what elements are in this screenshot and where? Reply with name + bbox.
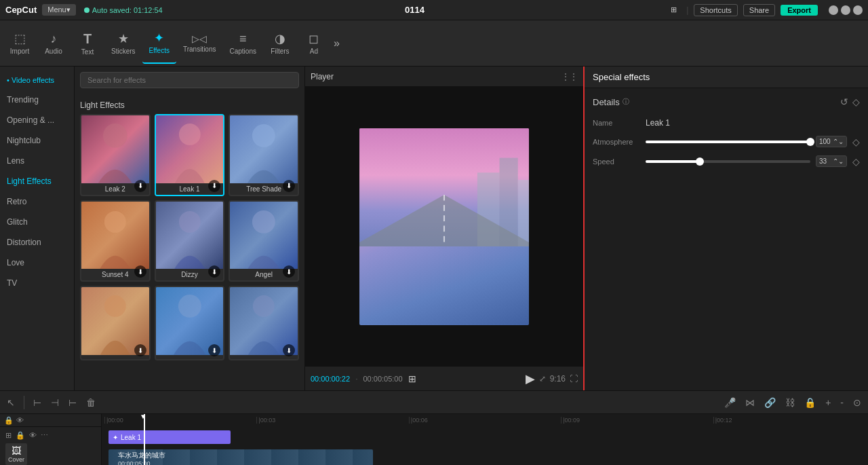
- player-header: Player ⋮⋮: [305, 67, 583, 87]
- effect-track-icon: ✦: [113, 434, 118, 441]
- player-menu-icon[interactable]: ⋮⋮: [561, 72, 578, 81]
- tool-ad[interactable]: ◻ Ad: [297, 23, 331, 64]
- video-track-label: ⊞ 🔒 👁 ⋯: [0, 427, 101, 443]
- reset-button[interactable]: ↺: [840, 96, 848, 107]
- player-screen: [305, 87, 583, 366]
- effect-card-r1[interactable]: ⬇: [80, 286, 151, 360]
- toolbar-more-icon[interactable]: »: [331, 37, 342, 50]
- sidebar-item-nightclub[interactable]: Nightclub: [0, 130, 74, 151]
- tool-captions[interactable]: ≡ Captions: [223, 23, 263, 64]
- split-button[interactable]: ⊢: [31, 396, 44, 409]
- tool-filters[interactable]: ◑ Filters: [263, 23, 297, 64]
- sidebar-item-love[interactable]: Love: [0, 253, 74, 273]
- effect-card-r3[interactable]: ⬇: [229, 286, 299, 360]
- sidebar-item-tv[interactable]: TV: [0, 273, 74, 293]
- cursor-tool-button[interactable]: ↖: [4, 396, 18, 409]
- effect-thumb-angel: [230, 202, 298, 269]
- video-track-more-icon[interactable]: ⋯: [41, 431, 48, 440]
- tool-stickers[interactable]: ★ Stickers: [104, 23, 142, 64]
- play-button[interactable]: ▶: [526, 371, 535, 386]
- cover-button[interactable]: 🖼 Cover: [5, 443, 27, 465]
- effect-card-r2[interactable]: ⬇: [155, 286, 225, 360]
- details-hint-icon: ⓘ: [623, 97, 629, 107]
- timeline-grid-button[interactable]: ⊞: [408, 373, 416, 384]
- snap-button[interactable]: ⋈: [743, 396, 757, 409]
- fullscreen-button[interactable]: ⛶: [570, 371, 578, 386]
- sidebar-item-retro[interactable]: Retro: [0, 191, 74, 212]
- atmosphere-slider[interactable]: [646, 141, 810, 143]
- speed-keyframe-diamond[interactable]: ◇: [852, 156, 860, 167]
- right-panel-body: Details ⓘ ↺ ◇ Name Leak 1 Atmosphere: [585, 88, 868, 390]
- timecode: 0114: [163, 5, 667, 15]
- effects-content: Light Effects ⬇ Leak 2: [75, 94, 304, 390]
- menu-button[interactable]: Menu▾: [42, 4, 76, 16]
- add-track-button[interactable]: +: [823, 396, 833, 409]
- speed-thumb[interactable]: [696, 157, 704, 166]
- link-button[interactable]: 🔗: [762, 396, 778, 409]
- download-icon-sunset4: ⬇: [134, 265, 146, 278]
- tool-audio[interactable]: ♪ Audio: [37, 23, 71, 64]
- effect-card-treeshade[interactable]: ⬇ Tree Shade: [229, 114, 299, 196]
- delete-button[interactable]: 🗑: [83, 396, 98, 409]
- effect-card-angel[interactable]: ⬇ Angel: [229, 200, 299, 282]
- effect-track-controls: 🔒 👁: [0, 414, 101, 427]
- shortcuts-button[interactable]: Shortcuts: [694, 4, 737, 16]
- speed-fill: [646, 160, 700, 163]
- download-icon-r1: ⬇: [134, 344, 146, 356]
- window-controls: [829, 5, 863, 15]
- sidebar-item-trending[interactable]: Trending: [0, 90, 74, 110]
- grid-view-button[interactable]: ⊞: [667, 4, 681, 16]
- player-right-buttons: ▶ ⤢ 9:16 ⛶: [526, 371, 578, 386]
- atmosphere-fill: [646, 141, 810, 143]
- player-controls: 00:00:00:22 · 00:00:05:00 ⊞ ▶ ⤢ 9:16 ⛶: [305, 366, 583, 390]
- trim-left-button[interactable]: ⊣: [48, 396, 62, 409]
- autosave-status: Auto saved: 01:12:54: [84, 6, 163, 14]
- video-track-eye-icon[interactable]: 👁: [29, 431, 37, 439]
- maximize-button[interactable]: [841, 5, 850, 15]
- sidebar-item-opening[interactable]: Opening & ...: [0, 110, 74, 130]
- video-track-lock-icon[interactable]: 🔒: [16, 431, 25, 440]
- sidebar-item-glitch[interactable]: Glitch: [0, 212, 74, 232]
- zoom-button[interactable]: ⊙: [850, 396, 864, 409]
- tool-effects[interactable]: ✦ Effects: [142, 23, 176, 64]
- effect-card-dizzy[interactable]: ⬇ Dizzy: [155, 200, 225, 282]
- ruler-mark-1: |00:03: [256, 417, 408, 424]
- playhead[interactable]: [144, 414, 145, 465]
- tool-import[interactable]: ⬚ Import: [3, 23, 37, 64]
- diamond-keyframe-button[interactable]: ◇: [852, 96, 860, 107]
- effect-card-leak2[interactable]: ⬇ Leak 2: [80, 114, 151, 196]
- unlink-button[interactable]: ⛓: [783, 396, 797, 409]
- sidebar-item-lens[interactable]: Lens: [0, 151, 74, 171]
- lock-button[interactable]: 🔒: [802, 396, 818, 409]
- atmosphere-thumb[interactable]: [806, 138, 814, 146]
- tool-transitions[interactable]: ▷◁ Transitions: [176, 23, 223, 64]
- minimize-button[interactable]: [829, 5, 838, 15]
- share-button[interactable]: Share: [743, 4, 775, 16]
- effects-search-input[interactable]: [80, 72, 299, 88]
- stickers-icon: ★: [118, 31, 129, 46]
- effect-card-leak1[interactable]: ⬇ Leak 1: [155, 114, 225, 196]
- track-eye-icon[interactable]: 👁: [16, 416, 24, 424]
- trim-right-button[interactable]: ⊢: [66, 396, 79, 409]
- export-button[interactable]: Export: [781, 5, 818, 16]
- track-lock-icon[interactable]: 🔒: [4, 416, 14, 425]
- effect-track-bar[interactable]: ✦ Leak 1: [108, 430, 231, 444]
- remove-track-button[interactable]: -: [837, 396, 846, 409]
- cover-icon: 🖼: [12, 445, 21, 456]
- close-button[interactable]: [853, 5, 863, 15]
- download-icon-treeshade: ⬇: [283, 180, 295, 192]
- fullscreen-alt-button[interactable]: ⤢: [539, 371, 546, 386]
- atmosphere-keyframe-diamond[interactable]: ◇: [852, 136, 860, 147]
- mic-button[interactable]: 🎤: [722, 396, 738, 409]
- tool-text[interactable]: T Text: [71, 23, 104, 64]
- sidebar-item-light-effects[interactable]: Light Effects: [0, 171, 74, 191]
- aspect-ratio-button[interactable]: 9:16: [550, 371, 566, 386]
- sidebar-item-distortion[interactable]: Distortion: [0, 232, 74, 253]
- video-track-add-icon[interactable]: ⊞: [5, 431, 12, 440]
- effect-card-sunset4[interactable]: ⬇ Sunset 4: [80, 200, 151, 282]
- import-icon: ⬚: [14, 31, 26, 46]
- svg-point-17: [253, 295, 275, 317]
- ruler-mark-2: |00:06: [409, 417, 561, 424]
- video-track-bar[interactable]: 车水马龙的城市 00:00:05:00: [108, 449, 373, 465]
- speed-slider[interactable]: [646, 160, 810, 163]
